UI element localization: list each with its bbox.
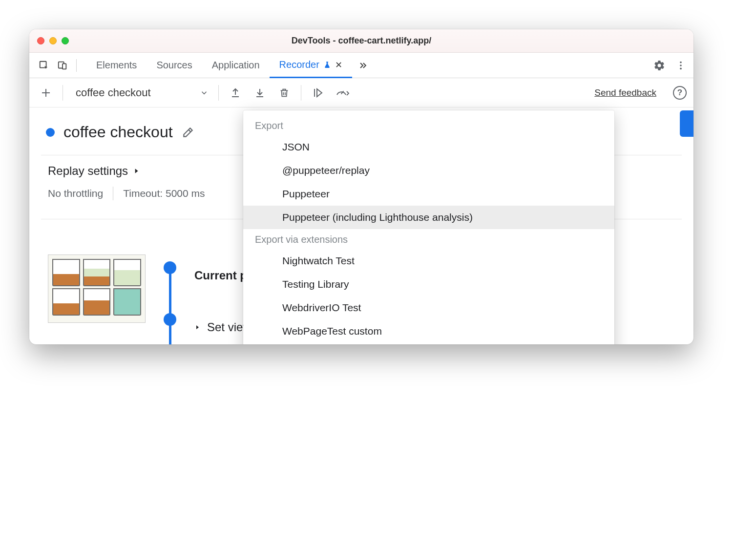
tab-application[interactable]: Application (202, 53, 270, 78)
svg-point-5 (680, 67, 682, 69)
devtools-window: DevTools - coffee-cart.netlify.app/ Elem… (29, 29, 693, 344)
recording-select[interactable]: coffee checkout (70, 86, 211, 99)
tab-recorder[interactable]: Recorder ✕ (270, 53, 352, 78)
recording-title: coffee checkout (63, 123, 173, 141)
replay-button-edge[interactable] (680, 110, 693, 137)
import-button[interactable] (250, 83, 270, 103)
export-extensions-header: Export via extensions (243, 229, 614, 249)
devtools-tabbar: Elements Sources Application Recorder ✕ (29, 53, 693, 78)
timeline-line (169, 263, 171, 344)
page-thumbnail (48, 255, 146, 323)
window-title: DevTools - coffee-cart.netlify.app/ (29, 36, 693, 46)
export-item-puppeteer-lighthouse[interactable]: Puppeteer (including Lighthouse analysis… (243, 206, 614, 229)
svg-point-3 (680, 61, 682, 63)
export-item-webdriverio[interactable]: WebdriverIO Test (243, 296, 614, 319)
edit-title-button[interactable] (182, 126, 194, 139)
svg-rect-2 (63, 64, 66, 69)
more-tabs-icon[interactable] (355, 58, 371, 73)
traffic-lights (37, 37, 69, 44)
export-item-testing-library[interactable]: Testing Library (243, 273, 614, 296)
recorder-content: coffee checkout Replay settings No throt… (29, 107, 693, 344)
export-item-puppeteer[interactable]: Puppeteer (243, 182, 614, 206)
recorder-toolbar: coffee checkout Send feedback (29, 78, 693, 107)
maximize-window-button[interactable] (62, 37, 69, 44)
tab-label: Application (212, 60, 260, 71)
tab-sources[interactable]: Sources (147, 53, 202, 78)
tab-label: Recorder (279, 59, 319, 70)
close-tab-icon[interactable]: ✕ (335, 60, 342, 70)
window-titlebar: DevTools - coffee-cart.netlify.app/ (29, 29, 693, 53)
device-toolbar-icon[interactable] (55, 58, 70, 73)
svg-point-4 (680, 64, 682, 66)
inspect-element-icon[interactable] (36, 58, 52, 73)
export-menu-popup: Export JSON @puppeteer/replay Puppeteer … (243, 110, 614, 344)
throttling-value: No throttling (48, 188, 103, 199)
replay-speed-button[interactable] (333, 83, 352, 103)
tab-label: Sources (156, 60, 192, 71)
help-icon[interactable]: ? (673, 86, 687, 100)
export-item-get-extensions[interactable]: Get extensions… (243, 343, 614, 344)
separator (76, 59, 77, 72)
export-item-webpagetest[interactable]: WebPageTest custom (243, 319, 614, 343)
new-recording-button[interactable] (36, 83, 56, 103)
step-button[interactable] (308, 83, 328, 103)
tab-elements[interactable]: Elements (86, 53, 147, 78)
export-item-nightwatch[interactable]: Nightwatch Test (243, 249, 614, 273)
settings-gear-icon[interactable] (651, 58, 667, 73)
panel-tabs: Elements Sources Application Recorder ✕ (86, 53, 352, 78)
timeout-value: Timeout: 5000 ms (123, 188, 205, 199)
export-item-puppeteer-replay[interactable]: @puppeteer/replay (243, 159, 614, 182)
export-menu-header: Export (243, 115, 614, 135)
separator (63, 85, 63, 101)
separator (218, 85, 219, 101)
delete-button[interactable] (274, 83, 294, 103)
timeline-node (164, 261, 176, 274)
chevron-right-icon (194, 323, 200, 331)
tab-label: Elements (96, 60, 137, 71)
export-item-json[interactable]: JSON (243, 135, 614, 159)
chevron-down-icon (200, 88, 209, 97)
kebab-menu-icon[interactable] (673, 58, 689, 73)
timeline-node (164, 313, 176, 326)
recording-indicator-icon (46, 128, 55, 137)
export-button[interactable] (226, 83, 245, 103)
separator (113, 187, 113, 200)
close-window-button[interactable] (37, 37, 44, 44)
chevron-right-icon (133, 167, 140, 175)
replay-settings-label: Replay settings (48, 164, 128, 178)
send-feedback-link[interactable]: Send feedback (594, 87, 656, 98)
minimize-window-button[interactable] (49, 37, 57, 44)
flask-icon (323, 61, 331, 69)
separator (301, 85, 301, 101)
recording-select-label: coffee checkout (76, 86, 151, 99)
